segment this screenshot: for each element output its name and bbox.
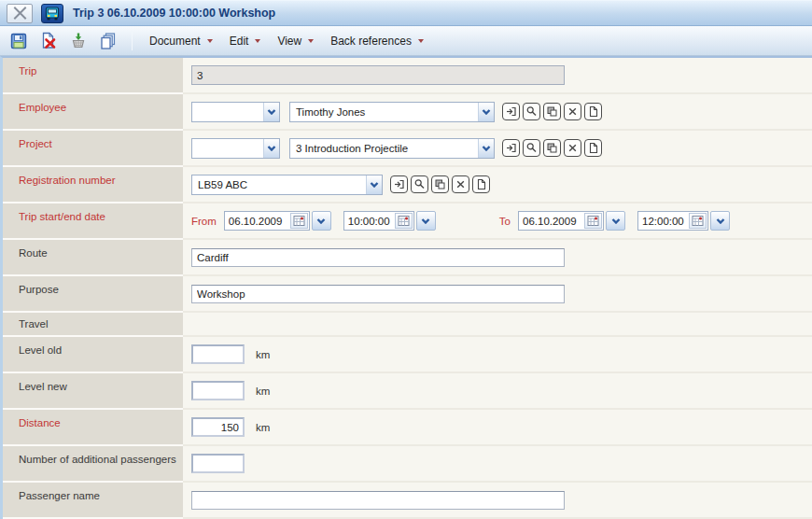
chevron-down-icon[interactable] — [478, 103, 494, 121]
registration-number-value: LB59 ABC — [192, 179, 366, 190]
registration-search-button[interactable] — [411, 175, 428, 193]
employee-goto-button[interactable] — [502, 103, 520, 120]
project-assign-button[interactable] — [543, 139, 561, 157]
to-date-dropdown-button[interactable] — [606, 211, 625, 231]
app-window: Trip 3 06.10.2009 10:00:00 Workshop Docu… — [0, 0, 812, 519]
trip-dates-label: Trip start/end date — [3, 203, 183, 240]
passenger-name-input[interactable] — [191, 491, 565, 510]
row-passenger-name: Passenger name — [3, 483, 812, 519]
employee-clear-button[interactable] — [564, 103, 581, 120]
project-filter-combobox[interactable] — [191, 138, 280, 159]
registration-assign-button[interactable] — [431, 175, 449, 193]
project-combobox[interactable]: 3 Introduction Projectile — [289, 138, 495, 159]
from-date-input[interactable] — [225, 216, 290, 227]
employee-label: Employee — [3, 94, 183, 131]
menu-document[interactable]: Document — [141, 30, 221, 52]
chevron-down-icon[interactable] — [366, 175, 382, 194]
level-new-label: Level new — [3, 373, 183, 410]
save-icon — [9, 32, 28, 50]
title-bar: Trip 3 06.10.2009 10:00:00 Workshop — [0, 0, 812, 26]
clear-icon — [567, 105, 579, 118]
from-time-dropdown-button[interactable] — [416, 211, 436, 231]
employee-value: Timothy Jones — [290, 106, 478, 118]
chevron-down-icon — [316, 218, 326, 224]
delete-icon — [39, 32, 58, 50]
project-goto-button[interactable] — [502, 139, 520, 157]
from-date-box — [224, 211, 310, 231]
level-old-unit: km — [256, 349, 270, 360]
calendar-icon — [398, 215, 410, 227]
chevron-down-icon[interactable] — [478, 139, 494, 158]
from-time-calendar-button[interactable] — [395, 213, 413, 229]
chevron-down-icon — [611, 218, 621, 224]
route-label: Route — [3, 240, 183, 276]
route-input[interactable] — [191, 248, 565, 267]
from-date-dropdown-button[interactable] — [312, 211, 331, 231]
to-date-calendar-button[interactable] — [584, 213, 602, 229]
chevron-down-icon[interactable] — [263, 103, 279, 121]
registration-goto-button[interactable] — [390, 175, 408, 193]
employee-search-button[interactable] — [523, 103, 540, 120]
to-time-calendar-button[interactable] — [689, 213, 707, 229]
row-route: Route — [3, 240, 812, 276]
toolbar: Document Edit View Back references — [0, 26, 812, 56]
chevron-down-icon — [207, 39, 213, 43]
menu-view-label: View — [277, 35, 301, 48]
goto-icon — [505, 142, 517, 154]
registration-number-combobox[interactable]: LB59 ABC — [191, 175, 383, 195]
calendar-icon — [692, 215, 704, 227]
chevron-down-icon — [418, 39, 424, 43]
calendar-icon — [587, 215, 599, 227]
project-new-button[interactable] — [584, 139, 602, 157]
distance-unit: km — [256, 422, 270, 433]
passengers-label: Number of additional passengers — [3, 446, 183, 483]
row-level-old: Level old km — [3, 337, 812, 373]
project-search-button[interactable] — [523, 139, 540, 157]
to-time-dropdown-button[interactable] — [710, 211, 730, 231]
purpose-input[interactable] — [191, 285, 565, 303]
new-document-icon — [587, 105, 599, 118]
goto-icon — [393, 178, 405, 190]
row-trip: Trip — [3, 58, 812, 94]
level-old-input[interactable] — [191, 344, 245, 364]
menu-back-references-label: Back references — [330, 35, 412, 48]
chevron-down-icon — [421, 218, 430, 224]
passenger-name-label: Passenger name — [3, 483, 183, 519]
distance-input[interactable] — [191, 417, 245, 437]
employee-new-button[interactable] — [584, 103, 602, 120]
delete-button[interactable] — [35, 29, 62, 53]
from-label: From — [191, 216, 217, 227]
passengers-input[interactable] — [191, 454, 245, 473]
from-date-calendar-button[interactable] — [290, 213, 308, 229]
chevron-down-icon — [308, 39, 314, 43]
checkin-button[interactable] — [65, 29, 91, 53]
employee-filter-combobox[interactable] — [191, 102, 280, 122]
level-new-unit: km — [256, 386, 270, 397]
save-button[interactable] — [6, 29, 32, 53]
menu-edit-label: Edit — [230, 35, 249, 48]
registration-clear-button[interactable] — [452, 175, 469, 193]
project-clear-button[interactable] — [564, 139, 581, 157]
close-button[interactable] — [7, 4, 33, 23]
copy-button[interactable] — [95, 29, 121, 53]
employee-assign-button[interactable] — [543, 103, 561, 120]
chevron-down-icon[interactable] — [263, 139, 279, 158]
search-icon — [413, 178, 426, 190]
assign-icon — [546, 142, 558, 154]
to-time-input[interactable] — [638, 216, 689, 227]
menu-view[interactable]: View — [269, 30, 322, 52]
registration-new-button[interactable] — [472, 175, 490, 193]
search-icon — [525, 105, 538, 118]
level-new-input[interactable] — [191, 381, 245, 400]
trip-field — [191, 65, 565, 85]
toolbar-separator — [132, 32, 133, 50]
clear-icon — [455, 178, 467, 190]
to-date-input[interactable] — [519, 216, 584, 227]
window-title: Trip 3 06.10.2009 10:00:00 Workshop — [73, 7, 275, 20]
clear-icon — [567, 142, 579, 154]
copy-icon — [99, 32, 118, 50]
employee-combobox[interactable]: Timothy Jones — [289, 102, 495, 122]
menu-edit[interactable]: Edit — [221, 30, 270, 52]
from-time-input[interactable] — [344, 216, 395, 227]
menu-back-references[interactable]: Back references — [322, 30, 432, 52]
